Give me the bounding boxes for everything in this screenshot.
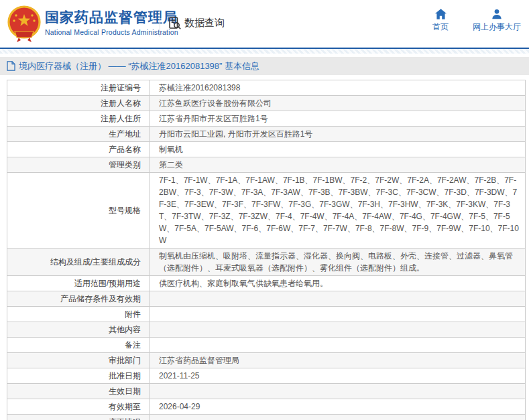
row-label: 结构及组成/主要组成成分	[7, 249, 150, 276]
site-header: 国家药品监督管理局 National Medical Products Admi…	[0, 0, 529, 48]
table-row: 其他内容	[7, 322, 526, 338]
data-query-button[interactable]: 数据查询	[168, 16, 225, 30]
table-row: 注册证编号苏械注准20162081398	[7, 80, 526, 96]
nav-label: 网上办事大厅	[473, 21, 521, 33]
row-value: 制氧机	[150, 142, 526, 157]
row-value	[150, 384, 526, 399]
row-label: 批准日期	[7, 368, 150, 384]
table-row: 有效期至2026-04-29	[7, 399, 526, 415]
table-row: 生效日期	[7, 384, 526, 399]
row-label: 型号规格	[7, 173, 150, 249]
brand-block: 国家药品监督管理局 National Medical Products Admi…	[45, 9, 178, 36]
breadcrumb-text: 境内医疗器械（注册） —— “苏械注准20162081398” 基本信息	[19, 60, 259, 72]
row-value: 2026-04-29	[150, 399, 526, 415]
top-nav: 首页 网上办事大厅	[427, 9, 521, 33]
row-value: 7F-1、7F-1W、7F-1A、7F-1AW、7F-1B、7F-1BW、7F-…	[150, 173, 526, 249]
row-value: 2021-11-25	[150, 368, 526, 384]
row-label: 产品储存条件及有效期	[7, 291, 150, 307]
nav-item-service-hall[interactable]: 网上办事大厅	[473, 9, 521, 33]
row-value: 苏械注准20162081398	[150, 80, 526, 96]
row-label: 生产地址	[7, 127, 150, 142]
row-label: 注册证编号	[7, 80, 150, 96]
row-label: 管理类别	[7, 157, 150, 173]
row-value: 制氧机由压缩机、吸附塔、流量指示器、湿化器、换向阀、电路板、外壳、连接管、过滤器…	[150, 249, 526, 276]
table-row: 产品名称制氧机	[7, 142, 526, 157]
row-label: 生效日期	[7, 384, 150, 399]
info-table-body: 注册证编号苏械注准20162081398注册人名称江苏鱼跃医疗设备股份有限公司注…	[7, 80, 526, 420]
nav-label: 首页	[432, 21, 449, 33]
table-row: 审批部门江苏省药品监督管理局	[7, 353, 526, 368]
hatched-strip	[0, 49, 529, 54]
table-row: 生产地址丹阳市云阳工业园, 丹阳市开发区百胜路1号	[7, 127, 526, 142]
row-label: 注册人名称	[7, 96, 150, 111]
row-label: 注册人住所	[7, 111, 150, 127]
row-label: 备注	[7, 338, 150, 353]
table-row: 型号规格7F-1、7F-1W、7F-1A、7F-1AW、7F-1B、7F-1BW…	[7, 173, 526, 249]
table-row: 附件	[7, 307, 526, 322]
breadcrumb: 境内医疗器械（注册） —— “苏械注准20162081398” 基本信息	[0, 57, 529, 75]
row-value: 江苏鱼跃医疗设备股份有限公司	[150, 96, 526, 111]
row-value	[150, 338, 526, 353]
row-label: 审批部门	[7, 353, 150, 368]
row-label: 变更情况	[7, 415, 150, 420]
user-icon	[491, 9, 502, 19]
row-label: 附件	[7, 307, 150, 322]
national-emblem-logo	[6, 5, 42, 44]
row-value: 供医疗机构、家庭制取氧气供缺氧患者给氧用。	[150, 276, 526, 291]
table-row: 注册人住所江苏省丹阳市开发区百胜路1号	[7, 111, 526, 127]
row-label: 适用范围/预期用途	[7, 276, 150, 291]
table-row: 产品储存条件及有效期	[7, 291, 526, 307]
row-label: 有效期至	[7, 399, 150, 415]
row-value	[150, 415, 526, 420]
row-label: 产品名称	[7, 142, 150, 157]
row-value: 江苏省丹阳市开发区百胜路1号	[150, 111, 526, 127]
registration-info-section: 注册证编号苏械注准20162081398注册人名称江苏鱼跃医疗设备股份有限公司注…	[0, 75, 529, 420]
row-value: 江苏省药品监督管理局	[150, 353, 526, 368]
registration-info-table: 注册证编号苏械注准20162081398注册人名称江苏鱼跃医疗设备股份有限公司注…	[7, 80, 526, 420]
site-subtitle: National Medical Products Administration	[45, 28, 178, 36]
table-row: 备注	[7, 338, 526, 353]
nav-item-home[interactable]: 首页	[427, 9, 454, 33]
home-icon	[435, 9, 447, 19]
row-value	[150, 307, 526, 322]
table-row: 适用范围/预期用途供医疗机构、家庭制取氧气供缺氧患者给氧用。	[7, 276, 526, 291]
document-icon	[7, 61, 15, 71]
data-query-label: 数据查询	[184, 17, 225, 29]
table-row: 注册人名称江苏鱼跃医疗设备股份有限公司	[7, 96, 526, 111]
site-title: 国家药品监督管理局	[45, 9, 178, 26]
table-row: 变更情况	[7, 415, 526, 420]
row-value: 第二类	[150, 157, 526, 173]
table-row: 管理类别第二类	[7, 157, 526, 173]
row-label: 其他内容	[7, 322, 150, 338]
header-divider	[160, 10, 160, 37]
table-row: 结构及组成/主要组成成分制氧机由压缩机、吸附塔、流量指示器、湿化器、换向阀、电路…	[7, 249, 526, 276]
document-search-icon	[168, 16, 182, 30]
row-value: 丹阳市云阳工业园, 丹阳市开发区百胜路1号	[150, 127, 526, 142]
table-row: 批准日期2021-11-25	[7, 368, 526, 384]
row-value	[150, 322, 526, 338]
row-value	[150, 291, 526, 307]
